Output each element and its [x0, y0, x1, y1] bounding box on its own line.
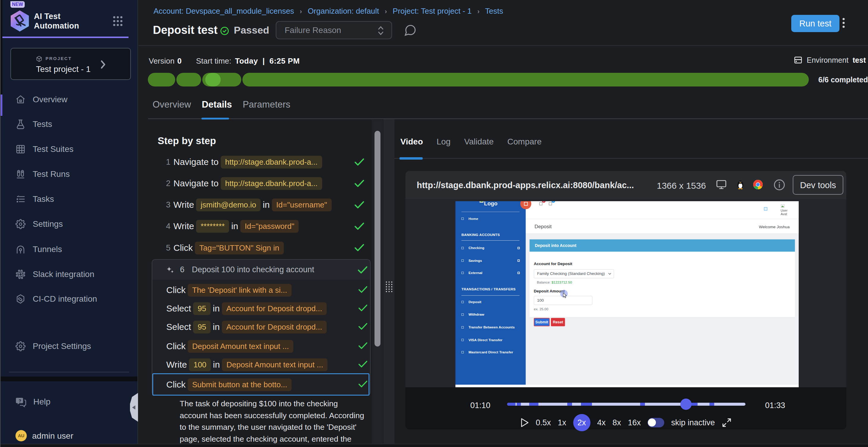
svg-text:?: ? [19, 398, 22, 403]
